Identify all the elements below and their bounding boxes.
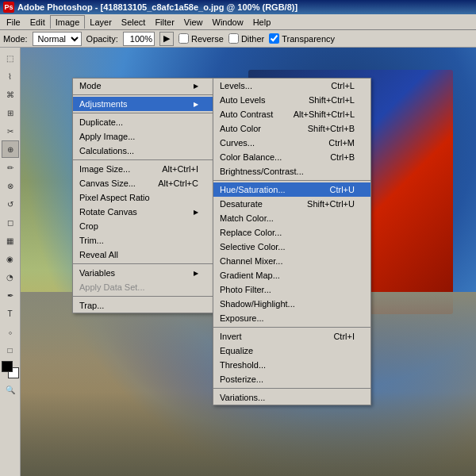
tool-pen[interactable]: ✒ bbox=[2, 286, 19, 304]
reverse-label: Reverse bbox=[191, 34, 224, 44]
adj-levels[interactable]: Levels... Ctrl+L bbox=[213, 79, 370, 93]
workspace: ⬚ ⌇ ⌘ ⊞ ✂ ⊕ ✏ ⊗ ↺ ◻ ▦ ◉ ◔ ✒ T ⬦ □ 🔍 Hatc… bbox=[0, 48, 476, 476]
adj-desaturate[interactable]: Desaturate Shift+Ctrl+U bbox=[213, 197, 370, 211]
tool-dodge[interactable]: ◔ bbox=[2, 268, 19, 286]
dropdown-pixel-aspect[interactable]: Pixel Aspect Ratio bbox=[73, 190, 214, 205]
dropdown-trap[interactable]: Trap... bbox=[73, 298, 214, 313]
adj-gradient-map[interactable]: Gradient Map... bbox=[213, 268, 370, 282]
tool-text[interactable]: T bbox=[2, 305, 19, 322]
adj-brightness-contrast[interactable]: Brightness/Contrast... bbox=[213, 164, 370, 178]
dropdown-apply-data: Apply Data Set... bbox=[73, 280, 214, 294]
menu-filter[interactable]: Filter bbox=[150, 16, 178, 29]
dropdown-trim[interactable]: Trim... bbox=[73, 233, 214, 248]
adj-separator-1 bbox=[213, 180, 370, 181]
tool-eraser[interactable]: ◻ bbox=[2, 213, 19, 231]
tool-slice[interactable]: ✂ bbox=[2, 122, 19, 140]
tool-brush[interactable]: ✏ bbox=[2, 159, 19, 176]
opacity-label: Opacity: bbox=[86, 34, 118, 44]
adjustments-submenu: Levels... Ctrl+L Auto Levels Shift+Ctrl+… bbox=[213, 78, 371, 405]
transparency-group: Transparency bbox=[269, 33, 335, 44]
adj-invert[interactable]: Invert Ctrl+I bbox=[213, 329, 370, 344]
tool-selection[interactable]: ⬦ bbox=[2, 323, 19, 340]
menu-layer[interactable]: Layer bbox=[85, 16, 117, 29]
dither-label: Dither bbox=[241, 34, 264, 44]
adj-auto-color[interactable]: Auto Color Shift+Ctrl+B bbox=[213, 121, 370, 136]
dropdown-image-size[interactable]: Image Size... Alt+Ctrl+I bbox=[73, 162, 214, 176]
menu-view[interactable]: View bbox=[179, 16, 208, 29]
transparency-checkbox[interactable] bbox=[269, 33, 279, 44]
dropdown-mode[interactable]: Mode bbox=[73, 79, 214, 93]
reverse-checkbox[interactable] bbox=[178, 33, 189, 44]
adj-variations[interactable]: Variations... bbox=[213, 390, 370, 405]
menu-edit[interactable]: Edit bbox=[25, 16, 50, 29]
title-bar: Ps Adobe Photoshop - [418813105_c8afc1a5… bbox=[0, 0, 476, 14]
opacity-input[interactable] bbox=[123, 32, 155, 46]
separator-4 bbox=[73, 263, 214, 264]
adj-exposure[interactable]: Exposure... bbox=[213, 311, 370, 325]
color-swatches[interactable] bbox=[2, 361, 19, 378]
tool-history[interactable]: ↺ bbox=[2, 195, 19, 213]
menu-bar: File Edit Image Layer Select Filter View… bbox=[0, 14, 476, 30]
tool-shape[interactable]: □ bbox=[2, 341, 19, 359]
tool-crop[interactable]: ⊞ bbox=[2, 104, 19, 121]
adj-photo-filter[interactable]: Photo Filter... bbox=[213, 282, 370, 297]
dropdown-duplicate[interactable]: Duplicate... bbox=[73, 115, 214, 129]
toolbar: ⬚ ⌇ ⌘ ⊞ ✂ ⊕ ✏ ⊗ ↺ ◻ ▦ ◉ ◔ ✒ T ⬦ □ 🔍 bbox=[0, 48, 21, 476]
tool-heal[interactable]: ⊕ bbox=[2, 140, 19, 158]
adj-replace-color[interactable]: Replace Color... bbox=[213, 225, 370, 240]
adj-posterize[interactable]: Posterize... bbox=[213, 372, 370, 386]
dropdown-adjustments[interactable]: Adjustments bbox=[73, 97, 214, 111]
separator-3 bbox=[73, 159, 214, 160]
tool-blur[interactable]: ◉ bbox=[2, 250, 19, 267]
tool-zoom[interactable]: 🔍 bbox=[2, 381, 19, 398]
mode-label: Mode: bbox=[3, 34, 28, 44]
adj-shadow-highlight[interactable]: Shadow/Highlight... bbox=[213, 297, 370, 311]
dropdown-rotate-canvas[interactable]: Rotate Canvas bbox=[73, 205, 214, 219]
separator-2 bbox=[73, 113, 214, 113]
dropdown-crop[interactable]: Crop bbox=[73, 219, 214, 233]
adj-separator-3 bbox=[213, 388, 370, 389]
adj-auto-levels[interactable]: Auto Levels Shift+Ctrl+L bbox=[213, 93, 370, 107]
title-text: Adobe Photoshop - [418813105_c8afc1a58e_… bbox=[17, 2, 298, 12]
tool-magic-wand[interactable]: ⌘ bbox=[2, 86, 19, 103]
dropdown-apply-image[interactable]: Apply Image... bbox=[73, 129, 214, 144]
adj-channel-mixer[interactable]: Channel Mixer... bbox=[213, 254, 370, 268]
dither-checkbox[interactable] bbox=[228, 33, 239, 44]
reverse-group: Reverse bbox=[178, 33, 224, 44]
separator-1 bbox=[73, 94, 214, 95]
canvas-area: Hatch Coo 新摄影 nPhoto.net Mode Adjustment… bbox=[21, 48, 476, 476]
image-menu-dropdown: Mode Adjustments Duplicate... Apply Imag… bbox=[72, 78, 215, 313]
menu-file[interactable]: File bbox=[2, 16, 25, 29]
dropdown-variables[interactable]: Variables bbox=[73, 266, 214, 280]
adj-color-balance[interactable]: Color Balance... Ctrl+B bbox=[213, 150, 370, 164]
adj-separator-2 bbox=[213, 327, 370, 328]
tool-gradient[interactable]: ▦ bbox=[2, 232, 19, 249]
dropdown-calculations[interactable]: Calculations... bbox=[73, 144, 214, 158]
tool-marquee[interactable]: ⬚ bbox=[2, 49, 19, 67]
adj-match-color[interactable]: Match Color... bbox=[213, 211, 370, 225]
foreground-color[interactable] bbox=[2, 361, 13, 372]
adj-auto-contrast[interactable]: Auto Contrast Alt+Shift+Ctrl+L bbox=[213, 107, 370, 121]
adj-threshold[interactable]: Threshold... bbox=[213, 358, 370, 372]
adj-curves[interactable]: Curves... Ctrl+M bbox=[213, 136, 370, 150]
adj-hue-saturation[interactable]: Hue/Saturation... Ctrl+U bbox=[213, 182, 370, 197]
app-icon: Ps bbox=[3, 2, 14, 13]
adj-equalize[interactable]: Equalize bbox=[213, 344, 370, 358]
menu-window[interactable]: Window bbox=[208, 16, 248, 29]
opacity-arrow-btn[interactable]: ▶ bbox=[159, 32, 174, 46]
menu-select[interactable]: Select bbox=[117, 16, 151, 29]
options-bar: Mode: Normal Opacity: ▶ Reverse Dither T… bbox=[0, 30, 476, 48]
adj-selective-color[interactable]: Selective Color... bbox=[213, 240, 370, 254]
mode-select[interactable]: Normal bbox=[33, 32, 82, 46]
dropdown-canvas-size[interactable]: Canvas Size... Alt+Ctrl+C bbox=[73, 176, 214, 190]
separator-5 bbox=[73, 296, 214, 297]
dropdown-reveal-all[interactable]: Reveal All bbox=[73, 248, 214, 262]
menu-help[interactable]: Help bbox=[248, 16, 276, 29]
dither-group: Dither bbox=[228, 33, 264, 44]
transparency-label: Transparency bbox=[282, 34, 335, 44]
menu-image[interactable]: Image bbox=[50, 15, 86, 29]
tool-clone[interactable]: ⊗ bbox=[2, 177, 19, 194]
tool-lasso[interactable]: ⌇ bbox=[2, 67, 19, 85]
